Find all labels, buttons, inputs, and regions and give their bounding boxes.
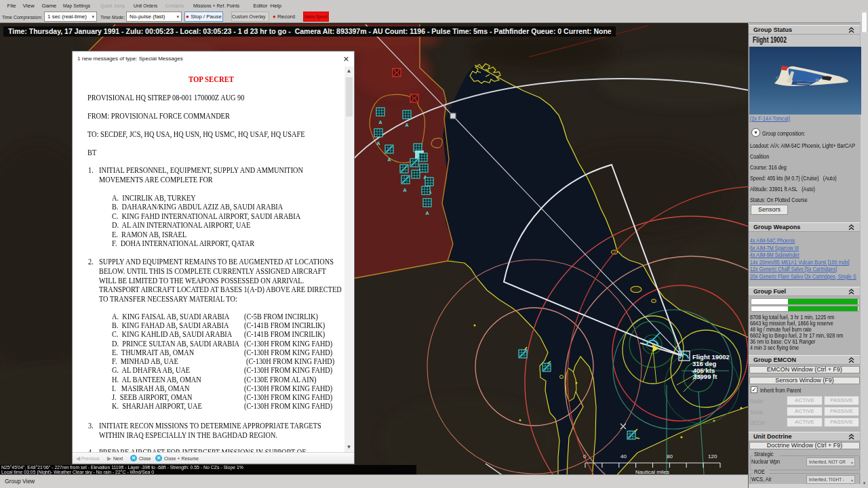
- svg-text:Nautical miles: Nautical miles: [635, 469, 669, 474]
- svg-text:A: A: [387, 157, 391, 162]
- svg-text:A: A: [405, 123, 408, 127]
- svg-text:40: 40: [620, 453, 627, 460]
- svg-text:A: A: [378, 120, 382, 125]
- svg-text:A: A: [425, 211, 429, 216]
- svg-text:A: A: [403, 188, 406, 192]
- svg-text:A: A: [376, 141, 380, 146]
- svg-text:0: 0: [583, 453, 587, 460]
- svg-text:33999 ft: 33999 ft: [693, 373, 717, 380]
- svg-text:80: 80: [667, 453, 673, 460]
- svg-text:120: 120: [708, 453, 717, 460]
